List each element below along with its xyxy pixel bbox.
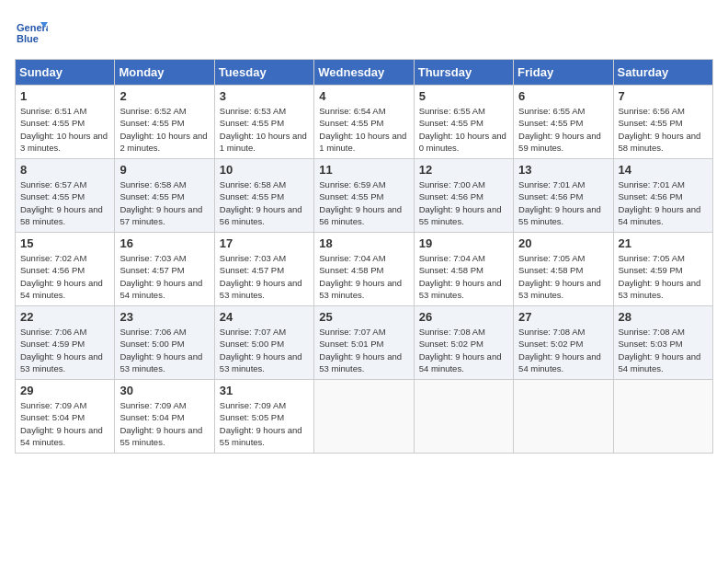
header: General Blue [15, 15, 713, 48]
calendar-week-row: 29 Sunrise: 7:09 AM Sunset: 5:04 PM Dayl… [16, 380, 713, 454]
calendar-day-cell: 4 Sunrise: 6:54 AM Sunset: 4:55 PM Dayli… [314, 86, 414, 159]
day-number: 31 [220, 384, 309, 397]
calendar-day-cell: 20 Sunrise: 7:05 AM Sunset: 4:58 PM Dayl… [514, 233, 613, 306]
day-number: 28 [619, 310, 708, 324]
calendar-day-cell: 11 Sunrise: 6:59 AM Sunset: 4:55 PM Dayl… [314, 159, 414, 233]
day-info: Sunrise: 7:08 AM Sunset: 5:03 PM Dayligh… [619, 326, 708, 374]
calendar-day-cell: 17 Sunrise: 7:03 AM Sunset: 4:57 PM Dayl… [214, 233, 313, 306]
calendar-day-cell: 23 Sunrise: 7:06 AM Sunset: 5:00 PM Dayl… [115, 306, 214, 380]
day-info: Sunrise: 7:05 AM Sunset: 4:58 PM Dayligh… [518, 252, 608, 301]
day-info: Sunrise: 7:02 AM Sunset: 4:56 PM Dayligh… [20, 252, 109, 301]
logo: General Blue [15, 15, 48, 48]
calendar-day-cell: 15 Sunrise: 7:02 AM Sunset: 4:56 PM Dayl… [16, 233, 115, 306]
day-number: 21 [619, 236, 708, 250]
day-number: 30 [119, 384, 209, 397]
day-number: 19 [419, 236, 508, 250]
calendar-day-cell: 25 Sunrise: 7:07 AM Sunset: 5:01 PM Dayl… [314, 306, 414, 380]
day-number: 4 [319, 89, 408, 103]
svg-text:Blue: Blue [17, 33, 39, 44]
day-info: Sunrise: 6:58 AM Sunset: 4:55 PM Dayligh… [119, 178, 209, 227]
day-number: 29 [20, 384, 109, 397]
calendar-day-cell [414, 380, 513, 454]
logo-icon: General Blue [15, 15, 48, 48]
calendar-week-row: 1 Sunrise: 6:51 AM Sunset: 4:55 PM Dayli… [16, 86, 713, 159]
calendar-day-cell: 2 Sunrise: 6:52 AM Sunset: 4:55 PM Dayli… [115, 86, 214, 159]
calendar-day-cell: 27 Sunrise: 7:08 AM Sunset: 5:02 PM Dayl… [514, 306, 613, 380]
calendar-header-cell: Monday [115, 60, 214, 86]
day-number: 18 [319, 236, 408, 250]
day-number: 10 [220, 163, 309, 177]
day-number: 5 [419, 89, 508, 103]
day-info: Sunrise: 7:03 AM Sunset: 4:57 PM Dayligh… [220, 252, 309, 301]
calendar-day-cell: 9 Sunrise: 6:58 AM Sunset: 4:55 PM Dayli… [115, 159, 214, 233]
calendar-header-cell: Wednesday [314, 60, 414, 86]
day-number: 24 [220, 310, 309, 324]
day-info: Sunrise: 7:00 AM Sunset: 4:56 PM Dayligh… [419, 178, 508, 227]
calendar-day-cell: 31 Sunrise: 7:09 AM Sunset: 5:05 PM Dayl… [214, 380, 313, 454]
day-number: 9 [119, 163, 209, 177]
calendar-day-cell: 10 Sunrise: 6:58 AM Sunset: 4:55 PM Dayl… [214, 159, 313, 233]
day-info: Sunrise: 6:54 AM Sunset: 4:55 PM Dayligh… [319, 105, 408, 154]
day-number: 22 [20, 310, 109, 324]
day-info: Sunrise: 7:03 AM Sunset: 4:57 PM Dayligh… [119, 252, 209, 301]
day-info: Sunrise: 7:04 AM Sunset: 4:58 PM Dayligh… [419, 252, 508, 301]
day-number: 8 [20, 163, 109, 177]
day-number: 23 [119, 310, 209, 324]
day-info: Sunrise: 7:09 AM Sunset: 5:04 PM Dayligh… [119, 399, 209, 448]
calendar-day-cell: 1 Sunrise: 6:51 AM Sunset: 4:55 PM Dayli… [16, 86, 115, 159]
day-info: Sunrise: 7:01 AM Sunset: 4:56 PM Dayligh… [518, 178, 608, 227]
day-info: Sunrise: 6:58 AM Sunset: 4:55 PM Dayligh… [220, 178, 309, 227]
calendar-day-cell: 21 Sunrise: 7:05 AM Sunset: 4:59 PM Dayl… [613, 233, 712, 306]
calendar-day-cell: 19 Sunrise: 7:04 AM Sunset: 4:58 PM Dayl… [414, 233, 513, 306]
calendar-day-cell: 30 Sunrise: 7:09 AM Sunset: 5:04 PM Dayl… [115, 380, 214, 454]
day-info: Sunrise: 7:09 AM Sunset: 5:04 PM Dayligh… [20, 399, 109, 448]
calendar-day-cell: 16 Sunrise: 7:03 AM Sunset: 4:57 PM Dayl… [115, 233, 214, 306]
day-info: Sunrise: 6:51 AM Sunset: 4:55 PM Dayligh… [20, 105, 109, 154]
day-info: Sunrise: 7:01 AM Sunset: 4:56 PM Dayligh… [619, 178, 708, 227]
calendar-day-cell: 28 Sunrise: 7:08 AM Sunset: 5:03 PM Dayl… [613, 306, 712, 380]
day-info: Sunrise: 6:52 AM Sunset: 4:55 PM Dayligh… [119, 105, 209, 154]
calendar-day-cell: 24 Sunrise: 7:07 AM Sunset: 5:00 PM Dayl… [214, 306, 313, 380]
calendar-day-cell: 18 Sunrise: 7:04 AM Sunset: 4:58 PM Dayl… [314, 233, 414, 306]
day-info: Sunrise: 7:04 AM Sunset: 4:58 PM Dayligh… [319, 252, 408, 301]
calendar-week-row: 22 Sunrise: 7:06 AM Sunset: 4:59 PM Dayl… [16, 306, 713, 380]
calendar-day-cell: 26 Sunrise: 7:08 AM Sunset: 5:02 PM Dayl… [414, 306, 513, 380]
calendar-header-cell: Thursday [414, 60, 513, 86]
day-number: 13 [518, 163, 608, 177]
calendar-day-cell: 8 Sunrise: 6:57 AM Sunset: 4:55 PM Dayli… [16, 159, 115, 233]
day-info: Sunrise: 7:06 AM Sunset: 4:59 PM Dayligh… [20, 326, 109, 374]
calendar-day-cell: 13 Sunrise: 7:01 AM Sunset: 4:56 PM Dayl… [514, 159, 613, 233]
calendar-day-cell: 22 Sunrise: 7:06 AM Sunset: 4:59 PM Dayl… [16, 306, 115, 380]
day-info: Sunrise: 6:53 AM Sunset: 4:55 PM Dayligh… [220, 105, 309, 154]
calendar-header-cell: Friday [514, 60, 613, 86]
day-number: 15 [20, 236, 109, 250]
calendar-day-cell [314, 380, 414, 454]
calendar-day-cell: 12 Sunrise: 7:00 AM Sunset: 4:56 PM Dayl… [414, 159, 513, 233]
calendar-day-cell [514, 380, 613, 454]
calendar-header-row: SundayMondayTuesdayWednesdayThursdayFrid… [16, 60, 713, 86]
day-number: 2 [119, 89, 209, 103]
day-info: Sunrise: 6:55 AM Sunset: 4:55 PM Dayligh… [518, 105, 608, 154]
calendar-day-cell: 6 Sunrise: 6:55 AM Sunset: 4:55 PM Dayli… [514, 86, 613, 159]
calendar-day-cell: 14 Sunrise: 7:01 AM Sunset: 4:56 PM Dayl… [613, 159, 712, 233]
day-number: 3 [220, 89, 309, 103]
calendar-table: SundayMondayTuesdayWednesdayThursdayFrid… [15, 59, 713, 454]
day-number: 17 [220, 236, 309, 250]
day-number: 25 [319, 310, 408, 324]
day-info: Sunrise: 6:57 AM Sunset: 4:55 PM Dayligh… [20, 178, 109, 227]
calendar-day-cell: 5 Sunrise: 6:55 AM Sunset: 4:55 PM Dayli… [414, 86, 513, 159]
calendar-week-row: 8 Sunrise: 6:57 AM Sunset: 4:55 PM Dayli… [16, 159, 713, 233]
day-number: 6 [518, 89, 608, 103]
day-info: Sunrise: 7:07 AM Sunset: 5:01 PM Dayligh… [319, 326, 408, 374]
day-info: Sunrise: 7:06 AM Sunset: 5:00 PM Dayligh… [119, 326, 209, 374]
day-number: 16 [119, 236, 209, 250]
calendar-header-cell: Tuesday [214, 60, 313, 86]
calendar-header-cell: Sunday [16, 60, 115, 86]
day-info: Sunrise: 7:07 AM Sunset: 5:00 PM Dayligh… [220, 326, 309, 374]
calendar-header-cell: Saturday [613, 60, 712, 86]
calendar-day-cell [613, 380, 712, 454]
day-info: Sunrise: 6:56 AM Sunset: 4:55 PM Dayligh… [619, 105, 708, 154]
day-info: Sunrise: 7:08 AM Sunset: 5:02 PM Dayligh… [518, 326, 608, 374]
day-number: 26 [419, 310, 508, 324]
day-number: 1 [20, 89, 109, 103]
